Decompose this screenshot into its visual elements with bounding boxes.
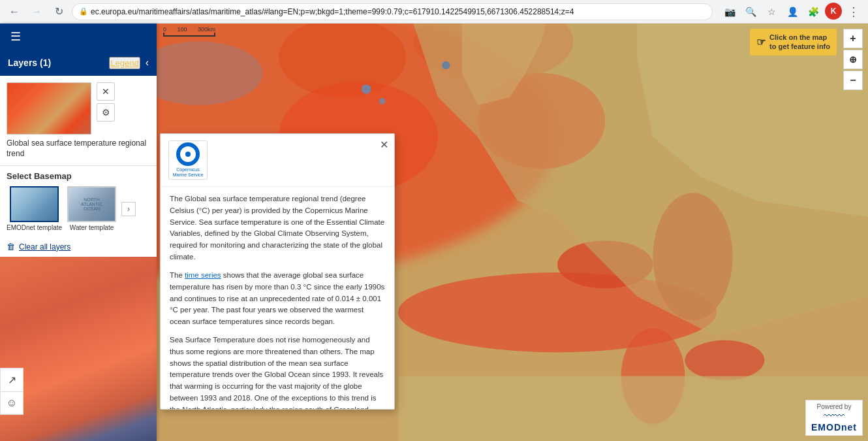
user-avatar[interactable]: K (825, 3, 842, 20)
scale-100: 100 (177, 26, 187, 33)
zoom-out-button[interactable]: − (843, 71, 863, 90)
extensions-icon[interactable]: 🧩 (804, 3, 822, 21)
cursor-icon: ☞ (756, 36, 766, 48)
collapse-panel-button[interactable]: ‹ (146, 57, 149, 69)
trash-icon: 🗑 (7, 242, 15, 252)
scale-bar: 0 100 300km (163, 26, 215, 37)
secure-icon: 🔒 (79, 7, 88, 16)
toolbar-row: ☰ (0, 24, 157, 50)
clear-layers-row: 🗑 Clear all layers (0, 237, 157, 257)
copernicus-logo-text: Copernicus Marine Service (173, 167, 204, 178)
menu-toggle-button[interactable]: ☰ (5, 26, 26, 47)
click-info-text: Click on the mapto get feature info (769, 33, 830, 52)
share-button[interactable]: ↗ (0, 368, 23, 391)
locate-button[interactable]: ⊕ (843, 50, 863, 69)
screenshot-icon[interactable]: 📷 (721, 3, 739, 21)
sidebar-panel: ☰ Layers (1) Legend ‹ ✕ ⚙ Global sea sur… (0, 24, 157, 441)
layers-title: Layers (1) (8, 57, 104, 68)
time-series-link[interactable]: time series (185, 271, 221, 279)
search-icon[interactable]: 🔍 (741, 3, 760, 21)
reload-button[interactable]: ↻ (50, 3, 68, 21)
basemap-next-button[interactable]: › (121, 202, 136, 216)
basemap-water-item[interactable]: NORTHATLANTICOCEAN Water template (67, 186, 116, 231)
basemap-water-thumb: NORTHATLANTICOCEAN (67, 186, 116, 222)
forward-button[interactable]: → (27, 3, 46, 21)
layer-section: ✕ ⚙ Global sea surface temperature regio… (0, 76, 157, 166)
popup-header: Copernicus Marine Service (161, 134, 394, 187)
layer-thumbnail-row: ✕ ⚙ (7, 82, 150, 135)
sidebar-map-preview (0, 257, 157, 441)
basemap-water-preview: NORTHATLANTICOCEAN (69, 188, 115, 221)
legend-button[interactable]: Legend (109, 57, 140, 69)
url-text: ec.europa.eu/maritimeaffairs/atlas/marit… (91, 7, 574, 16)
popup-close-button[interactable]: ✕ (377, 138, 390, 151)
layers-header: Layers (1) Legend ‹ (0, 50, 157, 76)
scale-300: 300km (198, 26, 215, 33)
map-container[interactable]: ☰ Layers (1) Legend ‹ ✕ ⚙ Global sea sur… (0, 24, 868, 441)
layer-settings-button[interactable]: ⚙ (97, 103, 115, 122)
basemap-water-label: Water template (70, 224, 114, 231)
svg-point-13 (379, 98, 386, 105)
popup-para1: The Global sea surface temperature regio… (170, 193, 385, 263)
emodnet-logo-waves: 〰〰 (811, 410, 857, 422)
emodnet-logo-text: EMODnet (811, 422, 857, 433)
layer-action-buttons: ✕ ⚙ (97, 82, 115, 122)
popup-para2: The time series shows that the average g… (170, 270, 385, 328)
back-button[interactable]: ← (5, 3, 23, 21)
layer-thumb-background (7, 83, 91, 134)
svg-point-14 (442, 61, 450, 69)
svg-point-12 (362, 84, 371, 94)
basemap-emodnet-label: EMODnet template (7, 224, 62, 231)
copernicus-logo: Copernicus Marine Service (168, 140, 208, 180)
layer-name-label: Global sea surface temperature regional … (7, 139, 150, 159)
popup-para2-prefix: The (170, 271, 185, 279)
clear-layers-button[interactable]: Clear all layers (19, 242, 70, 252)
copernicus-ring-icon (176, 142, 200, 166)
scale-line (163, 33, 215, 37)
basemap-title: Select Basemap (7, 171, 150, 181)
scale-0: 0 (163, 26, 166, 33)
map-right-controls: + ⊕ − (843, 29, 863, 90)
powered-by-label: Powered by (811, 403, 857, 410)
profile-icon[interactable]: 👤 (783, 3, 801, 21)
layer-thumbnail (7, 82, 91, 135)
basemap-emodnet-item[interactable]: EMODnet template (7, 186, 62, 231)
basemap-emodnet-thumb (10, 186, 59, 222)
powered-by-badge: Powered by 〰〰 EMODnet (805, 400, 863, 436)
address-bar[interactable]: 🔒 ec.europa.eu/maritimeaffairs/atlas/mar… (72, 3, 713, 20)
left-action-buttons: ↗ ☺ (0, 368, 23, 415)
scale-labels: 0 100 300km (163, 26, 215, 33)
click-info-bar[interactable]: ☞ Click on the mapto get feature info (750, 29, 837, 56)
remove-layer-button[interactable]: ✕ (97, 82, 115, 101)
basemap-thumbnails: EMODnet template NORTHATLANTICOCEAN Wate… (7, 186, 150, 231)
chrome-menu-button[interactable]: ⋮ (845, 3, 863, 21)
popup-para3: Sea Surface Temperature does not rise ho… (170, 335, 385, 409)
basemap-section: Select Basemap EMODnet template NORTHATL… (0, 166, 157, 237)
feedback-button[interactable]: ☺ (0, 391, 23, 415)
zoom-in-button[interactable]: + (843, 29, 863, 48)
svg-point-7 (685, 340, 764, 380)
browser-chrome: ← → ↻ 🔒 ec.europa.eu/maritimeaffairs/atl… (0, 0, 868, 24)
info-popup: ✕ Copernicus Marine Service The Global s… (160, 133, 395, 410)
basemap-emodnet-preview (11, 188, 57, 221)
popup-para2-suffix: shows that the average global sea surfac… (170, 271, 384, 325)
bookmark-icon[interactable]: ☆ (762, 3, 781, 21)
popup-body: The Global sea surface temperature regio… (161, 187, 394, 409)
